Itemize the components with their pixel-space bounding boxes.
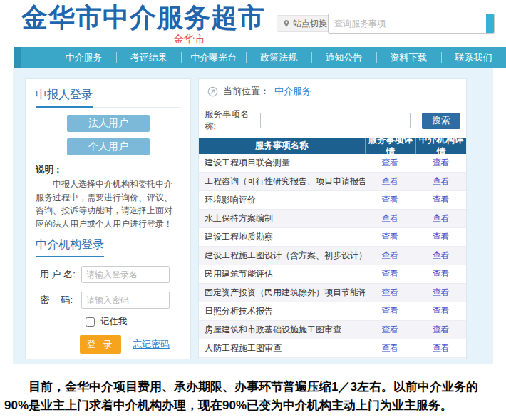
service-name-cell: 建设工程地质勘察	[199, 231, 365, 243]
view-agency-detail-link[interactable]: 查看	[432, 176, 449, 186]
service-name-cell: 水土保持方案编制	[199, 212, 365, 225]
city-label: 金华市	[173, 33, 205, 46]
view-agency-detail-link[interactable]: 查看	[432, 158, 449, 168]
view-agency-detail-link[interactable]: 查看	[432, 269, 449, 279]
view-agency-detail-link[interactable]: 查看	[432, 195, 449, 205]
service-name-cell: 民用建筑节能评估	[199, 268, 365, 280]
nav-item[interactable]: 中介服务	[51, 47, 116, 68]
view-agency-detail-link[interactable]: 查看	[432, 232, 449, 242]
view-service-detail-link[interactable]: 查看	[381, 213, 398, 223]
service-name-cell: 房屋建筑和市政基础设施施工图审查	[199, 324, 365, 336]
header-search-button[interactable]	[486, 14, 494, 33]
applicant-note-text: 申报人选择中介机构和委托中介服务过程中，需要进行询价、评议、咨询、投诉等功能时，…	[36, 178, 180, 230]
service-name-input[interactable]	[260, 113, 411, 128]
service-name-cell: 人防工程施工图审查	[199, 342, 365, 354]
service-search-label: 服务事项名称:	[205, 108, 259, 133]
table-row: 建设工程施工图设计（含方案、初步设计） 查看 查看	[199, 247, 466, 265]
table-row: 水土保持方案编制 查看 查看	[199, 210, 466, 228]
view-agency-detail-link[interactable]: 查看	[432, 324, 449, 334]
service-name-cell: 建设工程项目联合测量	[199, 157, 365, 169]
view-service-detail-link[interactable]: 查看	[381, 158, 398, 168]
view-service-detail-link[interactable]: 查看	[381, 287, 398, 297]
view-service-detail-link[interactable]: 查看	[381, 343, 398, 353]
table-row: 房屋建筑和市政基础设施施工图审查 查看 查看	[199, 321, 466, 339]
view-agency-detail-link[interactable]: 查看	[432, 287, 449, 297]
table-row: 民用建筑节能评估 查看 查看	[199, 265, 466, 284]
legal-person-button[interactable]: 法人用户	[67, 115, 150, 132]
view-agency-detail-link[interactable]: 查看	[432, 213, 449, 223]
table-row: 建设工程招标代理 查看 查看	[199, 358, 466, 359]
service-name-cell: 日照分析技术报告	[199, 305, 365, 317]
col-header-service-detail: 服务事项详情	[365, 138, 415, 154]
nav-spacer	[21, 47, 51, 68]
view-service-detail-link[interactable]: 查看	[381, 195, 398, 205]
password-field[interactable]	[81, 292, 170, 309]
view-service-detail-link[interactable]: 查看	[381, 324, 398, 334]
content-area: 申报人登录 法人用户 个人用户 说明： 申报人选择中介机构和委托中介服务过程中，…	[13, 68, 493, 364]
login-button[interactable]: 登 录	[80, 335, 121, 354]
password-row: 密 码:	[40, 292, 180, 309]
nav-item[interactable]: 通知公告	[311, 47, 376, 68]
forgot-password-link[interactable]: 忘记密码	[133, 338, 170, 351]
remember-row: 记住我	[83, 315, 180, 329]
page: 金华市中介服务超市 金华市 站点切换 中介服务 考评结果 中介曝光台 政策法规 …	[0, 0, 506, 420]
applicant-login-title: 申报人登录	[36, 88, 93, 108]
remember-me-label: 记住我	[100, 316, 128, 328]
view-agency-detail-link[interactable]: 查看	[432, 343, 449, 353]
table-row: 固定资产投资（民用建筑除外）项目节能评估 查看 查看	[199, 284, 466, 302]
user-type-buttons: 法人用户 个人用户	[67, 115, 180, 155]
breadcrumb-prefix: 当前位置：	[223, 85, 269, 98]
applicant-note-title: 说明：	[36, 164, 180, 176]
password-label: 密 码:	[40, 294, 81, 307]
service-name-cell: 工程咨询（可行性研究报告、项目申请报告）	[199, 175, 365, 188]
username-label: 用 户 名:	[40, 268, 81, 281]
nav-item[interactable]: 政策法规	[246, 47, 311, 68]
table-row: 人防工程施工图审查 查看 查看	[199, 339, 466, 358]
header-search	[328, 14, 495, 34]
view-service-detail-link[interactable]: 查看	[381, 176, 398, 186]
view-service-detail-link[interactable]: 查看	[381, 306, 398, 316]
agency-login-title: 中介机构登录	[36, 237, 104, 257]
nav-item[interactable]: 资料下载	[376, 47, 441, 68]
site-switch-label: 站点切换	[293, 18, 327, 30]
view-service-detail-link[interactable]: 查看	[381, 232, 398, 242]
service-table-body: 建设工程项目联合测量 查看 查看 工程咨询（可行性研究报告、项目申请报告） 查看…	[199, 154, 466, 359]
view-agency-detail-link[interactable]: 查看	[432, 306, 449, 316]
username-field[interactable]	[81, 266, 170, 283]
view-agency-detail-link[interactable]: 查看	[432, 250, 449, 260]
service-name-cell: 环境影响评价	[199, 194, 365, 206]
individual-user-button[interactable]: 个人用户	[67, 138, 150, 155]
view-service-detail-link[interactable]: 查看	[381, 250, 398, 260]
sidebar: 申报人登录 法人用户 个人用户 说明： 申报人选择中介机构和委托中介服务过程中，…	[25, 78, 191, 359]
breadcrumb: 当前位置：中介服务	[199, 79, 466, 103]
view-service-detail-link[interactable]: 查看	[381, 269, 398, 279]
table-row: 建设工程项目联合测量 查看 查看	[199, 154, 466, 173]
service-search: 服务事项名称: 搜索	[199, 103, 466, 138]
login-row: 登 录 忘记密码	[80, 335, 180, 354]
site-switch-button[interactable]: 站点切换	[277, 15, 334, 32]
nav-item[interactable]: 中介曝光台	[181, 47, 246, 68]
breadcrumb-current[interactable]: 中介服务	[274, 85, 311, 98]
service-name-cell: 固定资产投资（民用建筑除外）项目节能评估	[199, 287, 365, 299]
table-header: 服务事项名称 服务事项详情 中介机构详情	[199, 138, 466, 154]
username-row: 用 户 名:	[40, 266, 180, 283]
col-header-agency-detail: 中介机构详情	[415, 138, 466, 154]
caption-text: 目前，金华中介项目费用、承办期限、办事环节普遍压缩1／3左右。以前中介业务的90…	[4, 378, 502, 414]
table-row: 工程咨询（可行性研究报告、项目申请报告） 查看 查看	[199, 173, 466, 191]
remember-me-checkbox[interactable]	[86, 317, 95, 327]
service-name-cell: 建设工程施工图设计（含方案、初步设计）	[199, 250, 365, 262]
location-arrow-icon	[207, 86, 218, 97]
main-panel: 当前位置：中介服务 服务事项名称: 搜索 服务事项名称 服务事项详情 中介机构详…	[198, 78, 467, 359]
header-search-input[interactable]	[329, 14, 486, 33]
nav-left-cap	[14, 47, 21, 68]
col-header-service-name: 服务事项名称	[199, 140, 365, 152]
search-button[interactable]: 搜索	[422, 113, 460, 129]
header: 金华市中介服务超市 金华市 站点切换	[0, 0, 506, 47]
site-title: 金华市中介服务超市	[21, 0, 265, 36]
table-row: 日照分析技术报告 查看 查看	[199, 302, 466, 321]
nav-item[interactable]: 考评结果	[116, 47, 181, 68]
nav-item[interactable]: 联系我们	[441, 47, 506, 68]
location-pin-icon	[283, 19, 290, 28]
main-nav: 中介服务 考评结果 中介曝光台 政策法规 通知公告 资料下载 联系我们	[14, 47, 506, 68]
agency-note-title: 说明：	[36, 358, 180, 359]
